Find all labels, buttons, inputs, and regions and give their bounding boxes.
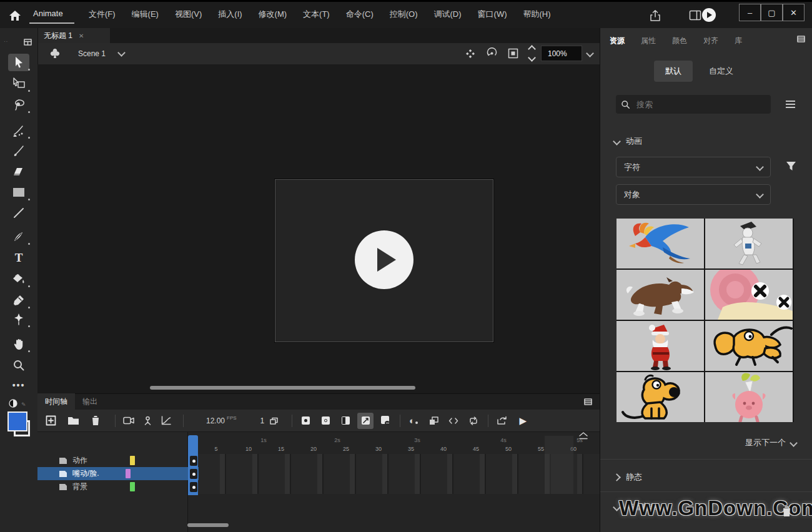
document-tab[interactable]: 无标题 1 ✕	[37, 28, 110, 43]
layer-color-swatch[interactable]	[126, 469, 131, 478]
tool-paint-bucket[interactable]	[8, 270, 29, 288]
zoom-stepper[interactable]	[529, 46, 535, 61]
ruler-frame[interactable]: 20	[310, 446, 317, 452]
tool-text[interactable]: T	[8, 249, 29, 267]
zoom-chevron-down-icon[interactable]	[586, 49, 594, 57]
mode-default-button[interactable]: 默认	[654, 61, 693, 82]
menu-control[interactable]: 控制(O)	[389, 6, 419, 22]
breadcrumb-scene-label[interactable]: Scene 1	[78, 49, 106, 58]
new-folder-button[interactable]	[65, 413, 81, 429]
clip-content-icon[interactable]	[508, 48, 518, 59]
menu-debug[interactable]: 调试(D)	[433, 6, 463, 22]
ruler-frame[interactable]: 5	[214, 446, 217, 452]
ruler-frame[interactable]: 25	[343, 446, 349, 452]
layer-color-swatch[interactable]	[130, 482, 135, 491]
tool-zoom[interactable]	[8, 357, 29, 374]
zoom-level-input[interactable]: 100%	[541, 46, 582, 61]
tool-brush[interactable]	[8, 142, 29, 160]
remove-frame-button[interactable]	[377, 413, 394, 429]
home-icon[interactable]	[9, 9, 21, 22]
maximize-button[interactable]: ▢	[761, 4, 783, 21]
fps-value[interactable]: 12.00	[206, 416, 225, 425]
asset-santa[interactable]	[616, 321, 704, 371]
frame-grid[interactable]	[194, 454, 600, 494]
auto-keyframe-toggle[interactable]	[357, 413, 374, 429]
onion-skin-button[interactable]: ◐	[405, 413, 422, 429]
show-parenting-view-button[interactable]	[139, 413, 156, 429]
timeline-horizontal-scrollbar[interactable]	[187, 523, 229, 527]
tool-subselection[interactable]	[8, 75, 29, 92]
section-static[interactable]: 静态	[614, 471, 642, 483]
asset-wolf[interactable]	[616, 270, 704, 320]
view-options-icon[interactable]	[786, 101, 795, 108]
tool-selection[interactable]	[8, 54, 29, 71]
minimize-button[interactable]: –	[739, 4, 761, 21]
keyframe-cell[interactable]	[190, 469, 197, 479]
ruler-frame[interactable]: 55	[538, 446, 544, 452]
insert-frame-button[interactable]	[337, 413, 354, 429]
section-animated[interactable]: 动画	[614, 135, 642, 147]
document-tab-close-icon[interactable]: ✕	[79, 32, 84, 39]
tool-hand[interactable]	[8, 335, 29, 353]
tool-pen[interactable]	[8, 228, 29, 245]
layer-row-background[interactable]: 背景	[37, 480, 199, 493]
tool-more[interactable]: •••	[8, 377, 29, 394]
keyframe-cell[interactable]	[190, 456, 197, 466]
menu-edit[interactable]: 编辑(E)	[131, 6, 160, 22]
menu-modify[interactable]: 修改(M)	[257, 6, 289, 22]
ruler-frame[interactable]: 35	[408, 446, 414, 452]
insert-keyframe-button[interactable]	[297, 413, 314, 429]
add-camera-button[interactable]	[121, 413, 137, 429]
ruler-frame[interactable]: 40	[440, 446, 447, 452]
ruler-frame[interactable]: 45	[473, 446, 479, 452]
ruler-frame[interactable]: 50	[505, 446, 512, 452]
ruler-frame[interactable]: 30	[375, 446, 382, 452]
object-filter-dropdown[interactable]: 对象	[616, 184, 771, 205]
edit-multiple-frames-button[interactable]	[425, 413, 442, 429]
menu-view[interactable]: 视图(V)	[174, 6, 203, 22]
menu-command[interactable]: 命令(C)	[345, 6, 375, 22]
delete-asset-icon[interactable]	[782, 506, 791, 517]
asset-dog-pouncing[interactable]	[705, 321, 793, 371]
fill-color-swatch[interactable]	[7, 411, 27, 431]
toolbar-menu-icon[interactable]	[24, 39, 32, 46]
assets-panel-menu-icon[interactable]	[797, 36, 805, 42]
rotate-stage-icon[interactable]	[486, 47, 498, 59]
asset-radish-pig[interactable]	[705, 372, 793, 422]
insert-blank-keyframe-button[interactable]	[317, 413, 334, 429]
asset-parrot[interactable]	[616, 219, 704, 268]
tool-eraser[interactable]	[8, 163, 29, 180]
timeline-play-button[interactable]: ▶	[515, 413, 531, 429]
tab-align[interactable]: 对齐	[703, 32, 718, 50]
tool-fluid-brush[interactable]	[8, 122, 29, 139]
search-input[interactable]	[635, 99, 744, 110]
panel-grip-dots[interactable]: ∙∙	[4, 38, 8, 44]
scene-chevron-down-icon[interactable]	[117, 49, 126, 57]
video-placeholder[interactable]	[275, 179, 493, 342]
menu-window[interactable]: 窗口(W)	[477, 6, 508, 22]
layer-row-mouth-face[interactable]: 嘴动/脸.	[37, 467, 199, 480]
tool-line[interactable]	[8, 204, 29, 222]
stroke-color-swatch[interactable]	[8, 398, 19, 409]
search-field[interactable]	[616, 95, 771, 114]
workspace-icon[interactable]	[689, 10, 701, 21]
mode-custom-button[interactable]: 自定义	[709, 66, 733, 77]
export-loop-button[interactable]	[493, 413, 510, 429]
stage[interactable]	[37, 64, 600, 393]
delete-layer-button[interactable]	[87, 413, 104, 429]
asset-white-knight[interactable]	[705, 219, 793, 268]
layer-color-swatch[interactable]	[130, 456, 135, 465]
layer-row-actions[interactable]: 动作	[37, 454, 199, 467]
character-filter-dropdown[interactable]: 字符	[616, 157, 771, 177]
tool-rectangle[interactable]	[8, 184, 29, 201]
tab-timeline[interactable]: 时间轴	[37, 393, 75, 410]
loop-button[interactable]	[465, 413, 482, 429]
asset-dog-sitting[interactable]	[616, 372, 704, 422]
tab-output[interactable]: 输出	[75, 393, 105, 410]
center-stage-icon[interactable]	[465, 48, 476, 59]
ruler-frame[interactable]: 15	[278, 446, 284, 452]
asset-snail[interactable]	[705, 270, 793, 320]
close-button[interactable]: ✕	[783, 4, 805, 21]
new-layer-button[interactable]	[42, 413, 59, 429]
stage-horizontal-scrollbar[interactable]	[150, 386, 415, 390]
